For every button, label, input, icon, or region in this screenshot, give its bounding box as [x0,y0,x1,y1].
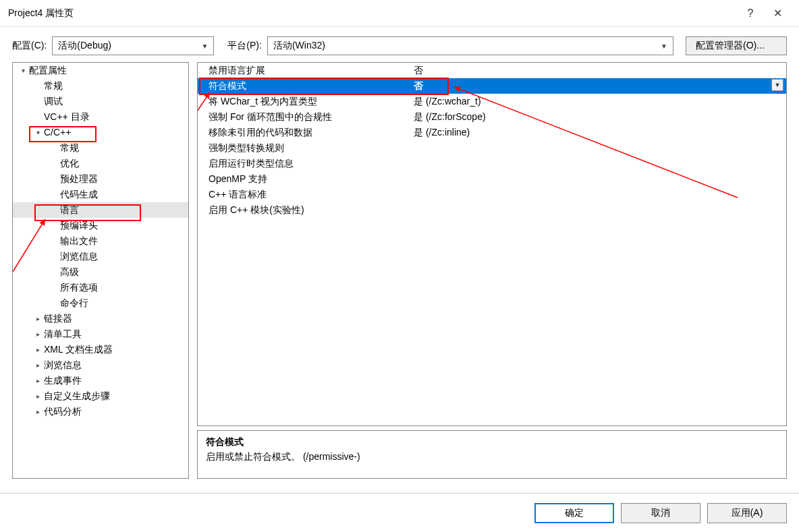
tree-item-label: 预编译头 [59,218,98,233]
platform-select[interactable]: 活动(Win32) ▼ [267,36,673,55]
tree-item[interactable]: ▾配置属性 [13,63,188,78]
help-icon[interactable]: ? [737,7,764,20]
property-grid[interactable]: 禁用语言扩展否符合模式否将 WChar_t 视为内置类型是 (/Zc:wchar… [197,62,787,426]
tree-item-label: 高级 [59,264,79,280]
tree-item[interactable]: VC++ 目录 [13,109,188,125]
platform-value: 活动(Win32) [273,40,325,52]
property-name: 启用 C++ 模块(实验性) [198,204,414,216]
tree-item-label: 预处理器 [59,171,98,187]
property-row[interactable]: 强制 For 循环范围中的合规性是 (/Zc:forScope) [198,109,786,125]
property-name: 强制类型转换规则 [198,142,414,154]
property-name: 启用运行时类型信息 [198,158,414,170]
tree-item[interactable]: 命令行 [13,295,188,311]
chevron-down-icon: ▼ [661,42,667,50]
tree-item-label: 浏览信息 [59,249,98,264]
tree-item-label: 代码分析 [43,404,82,419]
property-value[interactable]: 否 [414,80,786,92]
tree-item-label: XML 文档生成器 [43,342,113,357]
tree-item[interactable]: ▸代码分析 [13,404,188,419]
tree-item-label: 配置属性 [28,63,67,78]
tree-item[interactable]: ▾C/C++ [13,125,188,140]
tree-item-label: 调试 [43,94,63,109]
expand-icon[interactable]: ▸ [33,326,43,342]
config-value: 活动(Debug) [58,40,111,52]
tree-item[interactable]: ▸浏览信息 [13,357,188,373]
tree-item[interactable]: 预编译头 [13,218,188,233]
tree-item-label: 语言 [59,202,79,218]
right-pane: 禁用语言扩展否符合模式否将 WChar_t 视为内置类型是 (/Zc:wchar… [197,62,787,479]
tree-item[interactable]: 优化 [13,156,188,171]
tree-item[interactable]: ▸XML 文档生成器 [13,342,188,357]
expand-icon[interactable]: ▸ [33,357,43,373]
tree-item-label: 链接器 [43,311,72,326]
expand-icon[interactable]: ▸ [33,311,43,326]
tree-item-label: 输出文件 [59,233,98,249]
tree-item[interactable]: 浏览信息 [13,249,188,264]
property-name: OpenMP 支持 [198,173,414,185]
property-name: C++ 语言标准 [198,189,414,201]
expand-icon[interactable]: ▸ [33,342,43,357]
main-area: ▾配置属性常规调试VC++ 目录▾C/C++常规优化预处理器代码生成语言预编译头… [0,62,799,487]
tree-item[interactable]: ▸自定义生成步骤 [13,388,188,404]
property-row[interactable]: 强制类型转换规则 [198,140,786,156]
tree-item[interactable]: 预处理器 [13,171,188,187]
tree-item-label: 所有选项 [59,280,98,295]
tree-item-label: VC++ 目录 [43,109,90,125]
tree-item[interactable]: 高级 [13,264,188,280]
property-name: 强制 For 循环范围中的合规性 [198,111,414,123]
property-value[interactable]: 否 [414,65,786,77]
property-row[interactable]: 移除未引用的代码和数据是 (/Zc:inline) [198,125,786,140]
tree-item[interactable]: 所有选项 [13,280,188,295]
expand-icon[interactable]: ▸ [33,388,43,404]
property-row[interactable]: C++ 语言标准 [198,187,786,202]
expand-icon[interactable]: ▾ [33,125,43,140]
tree-item[interactable]: ▸清单工具 [13,326,188,342]
ok-button[interactable]: 确定 [534,503,614,523]
property-row[interactable]: 启用 C++ 模块(实验性) [198,202,786,218]
property-name: 符合模式 [198,80,414,92]
expand-icon[interactable]: ▾ [18,63,28,78]
property-name: 移除未引用的代码和数据 [198,127,414,139]
property-name: 将 WChar_t 视为内置类型 [198,96,414,108]
property-value[interactable]: 是 (/Zc:forScope) [414,111,786,123]
config-label: 配置(C): [12,40,47,52]
tree-item-label: 常规 [59,140,79,156]
property-row[interactable]: OpenMP 支持 [198,171,786,187]
window-title: Project4 属性页 [8,7,737,20]
tree-item-label: 浏览信息 [43,357,82,373]
chevron-down-icon: ▼ [201,42,208,50]
property-row[interactable]: 禁用语言扩展否 [198,63,786,78]
tree-item[interactable]: ▸链接器 [13,311,188,326]
config-manager-button[interactable]: 配置管理器(O)... [686,36,787,55]
tree-item[interactable]: 代码生成 [13,187,188,202]
property-row[interactable]: 符合模式否 [198,78,786,94]
description-title: 符合模式 [206,436,778,448]
tree-item-label: 常规 [43,78,63,94]
titlebar: Project4 属性页 ? ✕ [0,0,799,27]
tree-item[interactable]: 常规 [13,140,188,156]
tree-item[interactable]: 输出文件 [13,233,188,249]
apply-button[interactable]: 应用(A) [707,503,787,523]
tree-item[interactable]: ▸生成事件 [13,373,188,388]
dropdown-arrow-icon[interactable]: ▼ [771,79,783,91]
tree-item[interactable]: 常规 [13,78,188,94]
tree-item[interactable]: 调试 [13,94,188,109]
expand-icon[interactable]: ▸ [33,404,43,419]
platform-label: 平台(P): [227,40,262,52]
tree-item-label: 优化 [59,156,79,171]
description-panel: 符合模式 启用或禁止符合模式。 (/permissive-) [197,430,787,479]
config-select[interactable]: 活动(Debug) ▼ [52,36,214,55]
property-value[interactable]: 是 (/Zc:wchar_t) [414,96,786,108]
property-name: 禁用语言扩展 [198,65,414,77]
property-value[interactable]: 是 (/Zc:inline) [414,127,786,139]
config-toolbar: 配置(C): 活动(Debug) ▼ 平台(P): 活动(Win32) ▼ 配置… [0,27,799,62]
dialog-footer: 确定 取消 应用(A) [0,493,799,532]
cancel-button[interactable]: 取消 [621,503,700,523]
expand-icon[interactable]: ▸ [33,373,43,388]
property-row[interactable]: 将 WChar_t 视为内置类型是 (/Zc:wchar_t) [198,94,786,109]
tree-item[interactable]: 语言 [13,202,188,218]
close-icon[interactable]: ✕ [764,7,791,20]
property-row[interactable]: 启用运行时类型信息 [198,156,786,171]
nav-tree[interactable]: ▾配置属性常规调试VC++ 目录▾C/C++常规优化预处理器代码生成语言预编译头… [12,62,189,479]
description-body: 启用或禁止符合模式。 (/permissive-) [206,451,778,463]
